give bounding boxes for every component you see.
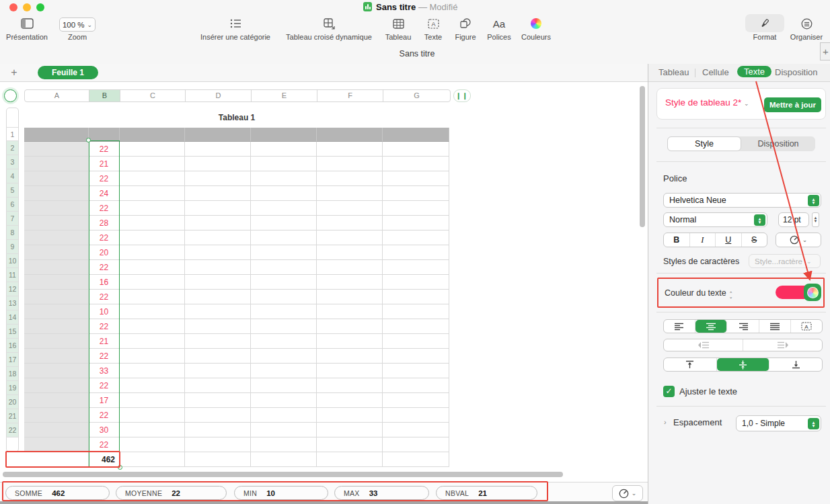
toolbar-text[interactable]: A Texte <box>422 16 445 41</box>
cell-D7[interactable] <box>185 216 251 230</box>
cell-B14[interactable]: 22 <box>89 319 120 334</box>
stat-pill-min[interactable]: MIN10 <box>234 486 328 500</box>
cell-G3[interactable] <box>383 157 449 171</box>
cell-G19[interactable] <box>383 393 449 408</box>
cell-F19[interactable] <box>317 393 383 408</box>
footer-cell-D[interactable] <box>185 452 251 467</box>
column-header-B[interactable]: B <box>89 90 120 101</box>
cell-B21[interactable]: 30 <box>89 423 120 437</box>
cell-G14[interactable] <box>383 319 449 334</box>
row-number-11[interactable]: 11 <box>7 268 18 282</box>
header-cell-D1[interactable] <box>185 128 251 142</box>
cell-C21[interactable] <box>120 423 185 437</box>
add-column-button[interactable]: ❙❙ <box>453 89 471 102</box>
add-sheet-button[interactable]: + <box>7 66 22 79</box>
stepper-icon[interactable]: ▲▼ <box>754 214 765 226</box>
cell-A9[interactable] <box>24 245 89 260</box>
cell-A12[interactable] <box>24 290 89 304</box>
cell-F7[interactable] <box>317 216 383 230</box>
cell-B10[interactable]: 22 <box>89 260 120 275</box>
footer-cell-G[interactable] <box>383 452 449 467</box>
row-number-15[interactable]: 15 <box>7 325 18 339</box>
header-cell-G1[interactable] <box>383 128 449 142</box>
cell-B13[interactable]: 10 <box>89 304 120 319</box>
cell-E6[interactable] <box>251 201 317 216</box>
cell-D13[interactable] <box>185 304 251 319</box>
stepper-icon[interactable]: ▲▼ <box>808 418 819 429</box>
cell-A6[interactable] <box>24 201 89 216</box>
cell-C13[interactable] <box>120 304 185 319</box>
cell-B12[interactable]: 22 <box>89 290 120 304</box>
header-cell-B1[interactable] <box>89 128 120 142</box>
footer-cell-C[interactable] <box>120 452 185 467</box>
cell-C18[interactable] <box>120 378 185 393</box>
add-panel-button[interactable]: + <box>820 42 830 60</box>
column-header-F[interactable]: F <box>317 90 383 101</box>
tab-tableau[interactable]: Tableau <box>658 67 689 77</box>
cell-D3[interactable] <box>185 157 251 171</box>
cell-B9[interactable]: 20 <box>89 245 120 260</box>
cell-G11[interactable] <box>383 275 449 290</box>
cell-D2[interactable] <box>185 142 251 157</box>
cell-C4[interactable] <box>120 171 185 186</box>
column-header-D[interactable]: D <box>186 90 252 101</box>
vertical-scrollbar[interactable] <box>640 86 645 227</box>
toolbar-fonts[interactable]: Aa Polices <box>484 16 514 41</box>
cell-F18[interactable] <box>317 378 383 393</box>
cell-D14[interactable] <box>185 319 251 334</box>
cell-G18[interactable] <box>383 378 449 393</box>
align-auto-button[interactable]: A <box>791 320 822 333</box>
cell-C5[interactable] <box>120 186 185 201</box>
cell-F20[interactable] <box>317 408 383 423</box>
cell-A21[interactable] <box>24 423 89 437</box>
cell-E8[interactable] <box>251 230 317 245</box>
cell-D19[interactable] <box>185 393 251 408</box>
row-number-17[interactable]: 17 <box>7 353 18 367</box>
align-justify-button[interactable] <box>759 320 791 333</box>
fit-text-checkbox[interactable]: ✓ <box>663 386 675 397</box>
toolbar-table[interactable]: Tableau <box>382 16 414 41</box>
char-styles-select[interactable]: Style...ractère ⌄ <box>749 254 821 268</box>
increase-indent-button[interactable] <box>743 339 822 351</box>
valign-middle-button[interactable] <box>717 358 770 371</box>
cell-C2[interactable] <box>120 142 185 157</box>
column-header-A[interactable]: A <box>25 90 89 101</box>
cell-D12[interactable] <box>185 290 251 304</box>
cell-D6[interactable] <box>185 201 251 216</box>
cell-E4[interactable] <box>251 171 317 186</box>
row-number-1[interactable]: 1 <box>7 128 18 141</box>
row-number-8[interactable]: 8 <box>7 226 18 240</box>
cell-A20[interactable] <box>24 408 89 423</box>
cell-B4[interactable]: 22 <box>89 171 120 186</box>
cell-F10[interactable] <box>317 260 383 275</box>
cell-E17[interactable] <box>251 364 317 378</box>
cell-B8[interactable]: 22 <box>89 230 120 245</box>
footer-cell-B[interactable]: 462 <box>89 452 120 467</box>
row-number-14[interactable]: 14 <box>7 310 18 325</box>
column-header-C[interactable]: C <box>120 90 186 101</box>
tab-disposition[interactable]: Disposition <box>775 67 818 77</box>
stats-options-button[interactable]: ⌄ <box>612 485 643 501</box>
cell-A22[interactable] <box>24 437 89 452</box>
cell-E9[interactable] <box>251 245 317 260</box>
cell-B15[interactable]: 21 <box>89 334 120 349</box>
cell-G5[interactable] <box>383 186 449 201</box>
toolbar-colors[interactable]: Couleurs <box>519 16 553 41</box>
font-size-field[interactable]: 12 pt <box>778 212 809 227</box>
cell-B2[interactable]: 22 <box>89 142 120 157</box>
cell-D11[interactable] <box>185 275 251 290</box>
row-number-4[interactable]: 4 <box>7 169 18 183</box>
cell-E5[interactable] <box>251 186 317 201</box>
cell-D8[interactable] <box>185 230 251 245</box>
cell-G13[interactable] <box>383 304 449 319</box>
font-family-select[interactable]: Helvetica Neue ▲▼ <box>663 193 821 208</box>
tab-cellule[interactable]: Cellule <box>702 67 729 77</box>
cell-A10[interactable] <box>24 260 89 275</box>
cell-F11[interactable] <box>317 275 383 290</box>
maximize-button[interactable] <box>36 3 44 11</box>
cell-E20[interactable] <box>251 408 317 423</box>
row-number-10[interactable]: 10 <box>7 254 18 268</box>
row-number-13[interactable]: 13 <box>7 296 18 310</box>
footer-cell-A[interactable] <box>24 452 89 467</box>
cell-C6[interactable] <box>120 201 185 216</box>
